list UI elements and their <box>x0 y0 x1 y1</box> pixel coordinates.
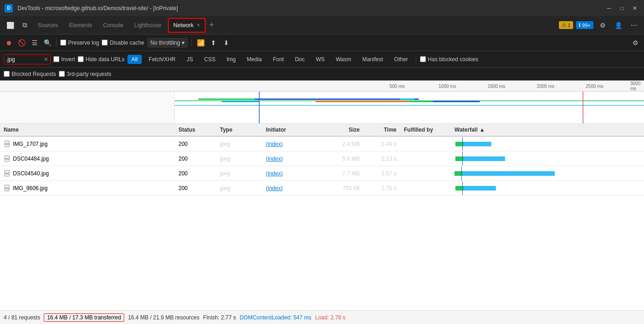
col-header-status[interactable]: Status <box>175 127 216 133</box>
col-header-type[interactable]: Type <box>216 127 262 133</box>
table-row[interactable]: IMG DSC04484.jpg 200 jpeg (index) 5.6 MB… <box>0 151 644 166</box>
disable-cache-checkbox[interactable] <box>102 40 108 46</box>
settings-button[interactable]: ⚙ <box>596 19 609 32</box>
divider-1 <box>56 39 57 46</box>
filter-fetch-xhr[interactable]: Fetch/XHR <box>144 55 180 64</box>
row-3-name: IMG DSC04540.jpg <box>0 170 175 177</box>
timeline-mark-2500: 2500 ms <box>586 83 603 88</box>
filter-media[interactable]: Media <box>242 55 266 64</box>
row-3-size: 7.7 MB <box>322 170 363 177</box>
dock-button[interactable]: ⧉ <box>18 19 31 32</box>
table-row[interactable]: IMG DSC04540.jpg 200 jpeg (index) 7.7 MB… <box>0 166 644 181</box>
maximize-button[interactable]: □ <box>617 4 627 13</box>
add-tab-button[interactable]: + <box>209 20 214 30</box>
col-header-size[interactable]: Size <box>322 127 363 133</box>
clear-button[interactable]: 🚫 <box>17 38 27 48</box>
svg-text:IMG: IMG <box>5 157 10 160</box>
throttling-select[interactable]: No throttling ▾ <box>147 38 188 47</box>
row-2-time: 2.13 s <box>363 156 400 162</box>
tab-lighthouse[interactable]: Lighthouse <box>130 18 166 33</box>
tab-network-close[interactable]: ✕ <box>196 23 200 28</box>
col-header-fulfilled[interactable]: Fulfilled by <box>400 127 451 133</box>
timeline-marks: 500 ms 1000 ms 1500 ms 2000 ms 2500 ms 3… <box>350 81 644 91</box>
hide-data-urls-checkbox[interactable] <box>78 56 84 62</box>
filter-toggle-button[interactable]: ☰ <box>29 38 40 48</box>
divider-2 <box>191 39 192 46</box>
filter-all[interactable]: All <box>127 55 142 64</box>
device-toolbar-button[interactable]: ⬜ <box>4 19 17 32</box>
wifi-icon[interactable]: 📶 <box>196 38 206 48</box>
throttling-dropdown-icon: ▾ <box>182 40 184 46</box>
blocked-requests-checkbox[interactable] <box>4 71 10 77</box>
row-4-initiator[interactable]: (index) <box>262 185 322 191</box>
svg-text:IMG: IMG <box>5 172 10 175</box>
minimize-button[interactable]: ─ <box>604 4 614 13</box>
third-party-requests-label[interactable]: 3rd-party requests <box>59 71 111 77</box>
devtools-main: ⬜ ⧉ Sources Elements Console Lighthouse … <box>0 16 644 324</box>
has-blocked-cookies-checkbox[interactable] <box>420 56 426 62</box>
filter-doc[interactable]: Doc <box>291 55 309 64</box>
network-table-container: Name Status Type Initiator Size Time Ful… <box>0 124 644 310</box>
title-bar-text: DevTools - microsoftedge.github.io/Demos… <box>17 5 600 12</box>
row-3-initiator[interactable]: (index) <box>262 170 322 177</box>
filter-divider <box>416 56 416 63</box>
search-clear-button[interactable]: ✕ <box>44 56 48 63</box>
filter-other[interactable]: Other <box>390 55 412 64</box>
more-button[interactable]: ⋯ <box>627 19 640 32</box>
invert-checkbox[interactable] <box>53 56 59 62</box>
row-1-initiator[interactable]: (index) <box>262 141 322 147</box>
row-1-size: 2.4 MB <box>322 141 363 147</box>
row-1-name: IMG IMG_1707.jpg <box>0 140 175 148</box>
preserve-log-label[interactable]: Preserve log <box>60 40 99 46</box>
svg-rect-7 <box>400 98 414 100</box>
search-box[interactable]: ✕ <box>4 54 51 64</box>
row-3-waterfall <box>451 166 644 181</box>
col-header-waterfall[interactable]: Waterfall ▲ <box>451 127 644 133</box>
filter-wasm[interactable]: Wasm <box>332 55 356 64</box>
third-party-requests-checkbox[interactable] <box>59 71 65 77</box>
title-bar: D DevTools - microsoftedge.github.io/Dem… <box>0 0 644 16</box>
invert-label[interactable]: Invert <box>53 56 75 63</box>
tab-console[interactable]: Console <box>98 18 128 33</box>
table-row[interactable]: IMG IMG_9606.jpg 200 jpeg (index) 755 kB… <box>0 181 644 196</box>
svg-rect-5 <box>409 101 433 102</box>
tab-sources[interactable]: Sources <box>33 18 63 33</box>
table-row[interactable]: IMG IMG_1707.jpg 200 jpeg (index) 2.4 MB… <box>0 137 644 151</box>
search-button[interactable]: 🔍 <box>42 38 52 48</box>
col-header-name[interactable]: Name <box>0 127 175 133</box>
search-input[interactable] <box>6 56 43 63</box>
filter-bar-row2: Blocked Requests 3rd-party requests <box>0 68 644 81</box>
row-4-time: 1.75 s <box>363 185 400 191</box>
network-settings-button[interactable]: ⚙ <box>630 38 640 48</box>
svg-rect-4 <box>316 101 409 102</box>
timeline-mark-1000: 1000 ms <box>438 83 456 88</box>
tab-network[interactable]: Network ✕ <box>168 18 206 33</box>
row-2-initiator[interactable]: (index) <box>262 156 322 162</box>
hide-data-urls-label[interactable]: Hide data URLs <box>78 56 125 63</box>
svg-rect-1 <box>198 98 254 100</box>
disable-cache-label[interactable]: Disable cache <box>102 40 144 46</box>
user-button[interactable]: 👤 <box>612 19 625 32</box>
row-4-name: IMG IMG_9606.jpg <box>0 185 175 192</box>
upload-icon[interactable]: ⬆ <box>208 38 218 48</box>
col-header-initiator[interactable]: Initiator <box>262 127 322 133</box>
filter-manifest[interactable]: Manifest <box>358 55 387 64</box>
filter-js[interactable]: JS <box>183 55 197 64</box>
filter-css[interactable]: CSS <box>200 55 220 64</box>
blocked-requests-label[interactable]: Blocked Requests <box>4 71 56 77</box>
svg-rect-6 <box>433 101 480 102</box>
record-button[interactable]: ⏺ <box>4 38 14 48</box>
has-blocked-cookies-text: Has blocked cookies <box>428 56 478 63</box>
row-4-type: jpeg <box>216 185 262 191</box>
col-header-time[interactable]: Time <box>363 127 400 133</box>
filter-img[interactable]: Img <box>222 55 240 64</box>
download-icon[interactable]: ⬇ <box>221 38 231 48</box>
filter-ws[interactable]: WS <box>312 55 329 64</box>
has-blocked-cookies-label[interactable]: Has blocked cookies <box>420 56 478 63</box>
close-button[interactable]: ✕ <box>630 4 639 13</box>
tab-elements[interactable]: Elements <box>64 18 97 33</box>
svg-rect-2 <box>254 98 419 100</box>
preserve-log-checkbox[interactable] <box>60 40 66 46</box>
filter-font[interactable]: Font <box>269 55 288 64</box>
dom-content-loaded: DOMContentLoaded: 547 ms <box>240 314 311 321</box>
